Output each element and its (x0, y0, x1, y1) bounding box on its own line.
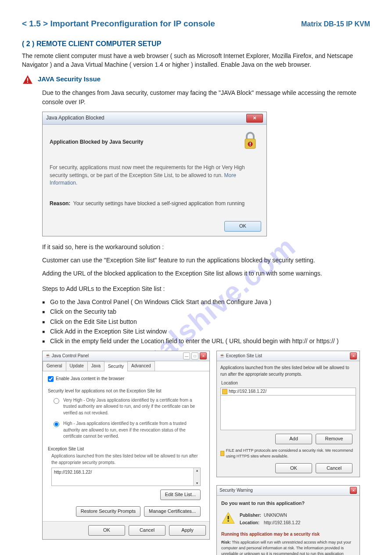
issue-title: JAVA Security Issue (38, 74, 101, 84)
ok-button[interactable]: OK (224, 221, 261, 232)
enable-java-checkbox[interactable]: Enable Java content in the browser (48, 376, 204, 382)
tab-general[interactable]: General (43, 361, 66, 371)
risk-text: Risk: This application will run with unr… (221, 540, 355, 555)
esl-titlebar: ☕ Exception Site List ✕ (217, 351, 360, 361)
radio-high-input[interactable] (54, 421, 59, 427)
product-name: Matrix DB-15 IP KVM (301, 19, 370, 29)
add-button[interactable]: Add (275, 434, 312, 444)
step-item: Click Add in the Exception Site List win… (42, 327, 370, 336)
warning-row: JAVA Security Issue (22, 74, 370, 86)
java-blocked-dialog: Java Application Blocked ✕ Application B… (42, 112, 267, 236)
enable-java-input[interactable] (48, 376, 54, 382)
maximize-button[interactable]: □ (191, 352, 198, 359)
svg-rect-6 (228, 516, 229, 519)
location-label: Location (221, 380, 355, 387)
exception-site-list-dialog: ☕ Exception Site List ✕ Applications lau… (216, 351, 360, 477)
jcp-tabs: General Update Java Security Advanced (43, 361, 209, 371)
tab-security[interactable]: Security (104, 362, 128, 371)
protocol-warning: FILE and HTTP protocols are considered a… (220, 448, 356, 459)
restore-prompts-button[interactable]: Restore Security Prompts (76, 506, 140, 517)
secwarn-info: Publisher:UNKNOWN Location:http://192.16… (240, 511, 300, 527)
section-title: < 1.5 > Important Preconfiguration for I… (22, 18, 215, 30)
page-header: < 1.5 > Important Preconfiguration for I… (22, 18, 370, 30)
edit-site-list-button[interactable]: Edit Site List... (160, 490, 201, 500)
step-item: Go to the Java Control Panel ( On Window… (42, 297, 370, 306)
svg-rect-7 (228, 520, 229, 522)
scroll-up-icon[interactable]: ▴ (196, 468, 198, 473)
dialog-heading: Application Blocked by Java Security (50, 138, 143, 146)
warning-triangle-icon (221, 511, 235, 525)
esl-dialog-msg: Applications launched from the sites lis… (220, 365, 356, 377)
step-item: Click on the Security tab (42, 307, 370, 316)
dialog-reason: Reason: Your security settings have bloc… (50, 200, 259, 207)
lock-icon (241, 131, 259, 153)
svg-point-5 (250, 145, 251, 146)
minimize-button[interactable]: — (183, 352, 190, 359)
steps-list: Go to the Java Control Panel ( On Window… (42, 297, 370, 345)
java-control-panel: ☕ Java Control Panel — □ ✕ General Updat… (42, 351, 210, 540)
radio-high[interactable]: High - Java applications identified by a… (51, 421, 204, 440)
svg-rect-1 (27, 82, 28, 83)
step-item: Click in the empty field under the Locat… (42, 337, 370, 345)
risk-heading: Running this application may be a securi… (221, 531, 355, 538)
issue-text: Due to the changes from Java security, c… (22, 88, 370, 106)
close-button[interactable]: ✕ (200, 352, 207, 359)
apply-button[interactable]: Apply (169, 525, 206, 536)
esl-heading: Exception Site List (48, 446, 204, 453)
workaround-line2: Customer can use the "Exception Site lis… (42, 256, 370, 265)
radio-vhigh-input[interactable] (54, 398, 59, 404)
close-button[interactable]: ✕ (246, 114, 263, 123)
tab-update[interactable]: Update (66, 361, 88, 371)
esl-url-entry: http://192.168.1.22/ (54, 470, 92, 475)
remove-button[interactable]: Remove (316, 434, 352, 444)
close-button[interactable]: ✕ (350, 352, 357, 359)
esl-listbox[interactable]: http://192.168.1.22/ ▴▾ (51, 468, 201, 486)
url-input-row[interactable]: http://192.168.1.22/ (220, 388, 356, 396)
warning-triangle-icon (22, 74, 33, 86)
dialog-titlebar: Java Application Blocked ✕ (43, 112, 266, 125)
url-list-area[interactable] (220, 395, 356, 430)
java-icon: ☕ (219, 353, 225, 358)
intro-paragraph: The remote client computer must have a w… (22, 51, 370, 69)
tab-advanced[interactable]: Advanced (127, 361, 155, 371)
radio-very-high[interactable]: Very High - Only Java applications ident… (51, 397, 204, 417)
subsection-title: ( 2 ) REMOTE CLIENT COMPUTER SETUP (22, 39, 370, 49)
secwarn-titlebar: Security Warning ✕ (217, 486, 360, 496)
java-icon: ☕ (45, 353, 50, 358)
esl-description: Applications launched from the sites lis… (51, 453, 204, 466)
tab-java[interactable]: Java (87, 361, 104, 371)
secwarn-question: Do you want to run this application? (221, 500, 355, 507)
url-value: http://192.168.1.22/ (229, 388, 266, 395)
dialog-message: For security, applications must now meet… (50, 164, 259, 187)
workaround-line1: If it said so, here is the workaround so… (42, 243, 370, 251)
manage-certs-button[interactable]: Manage Certificates... (144, 506, 201, 517)
esl-title-text: Exception Site List (226, 353, 262, 358)
jcp-titlebar: ☕ Java Control Panel — □ ✕ (43, 351, 209, 361)
cancel-button[interactable]: Cancel (316, 463, 352, 474)
svg-rect-0 (27, 78, 28, 81)
steps-heading: Steps to Add URLs to the Exception Site … (42, 284, 370, 293)
secwarn-title-text: Security Warning (219, 487, 253, 494)
step-item: Click on the Edit Site List button (42, 317, 370, 326)
warning-small-icon (220, 451, 224, 456)
svg-rect-4 (250, 142, 251, 145)
warning-small-icon (222, 389, 227, 394)
security-level-label: Security level for applications not on t… (48, 388, 204, 395)
ok-button[interactable]: OK (275, 463, 312, 474)
cancel-button[interactable]: Cancel (129, 525, 165, 536)
dialog-title: Java Application Blocked (46, 114, 104, 122)
jcp-title-text: Java Control Panel (52, 353, 89, 358)
ok-button[interactable]: OK (88, 525, 125, 536)
close-button[interactable]: ✕ (350, 487, 357, 494)
scrollbar[interactable]: ▴▾ (193, 468, 200, 486)
security-warning-dialog: Security Warning ✕ Do you want to run th… (216, 485, 360, 555)
workaround-line3: Adding the URL of the blocked applicatio… (42, 269, 370, 278)
scroll-down-icon[interactable]: ▾ (196, 481, 198, 486)
